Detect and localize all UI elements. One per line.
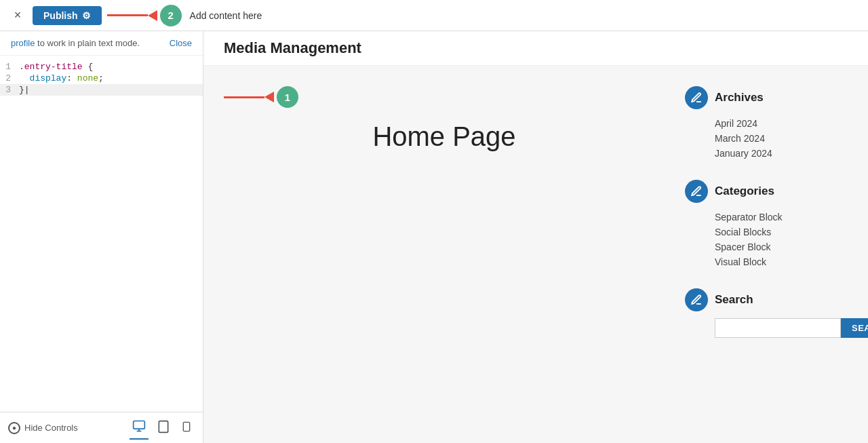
tablet-icon (157, 420, 170, 434)
preview-main: 1 Home Page (224, 86, 665, 357)
mobile-icon (181, 420, 192, 434)
categories-icon (685, 180, 708, 203)
toolbar: × Publish ⚙ 2 Add content here (0, 0, 868, 31)
arrow-badge-1-container: 1 (224, 86, 665, 108)
left-panel: profile to work in plain text mode. Clos… (0, 31, 203, 443)
code-line-3: 3 }| (0, 84, 203, 96)
categories-list: Separator Block Social Blocks Spacer Blo… (685, 210, 848, 269)
mobile-device-button[interactable] (178, 417, 195, 440)
page-title: Home Page (224, 108, 665, 166)
search-row: SEARCH (685, 318, 848, 338)
bottom-controls: ● Hide Controls (0, 412, 203, 443)
search-input[interactable] (715, 318, 841, 338)
profile-link[interactable]: profile (11, 38, 35, 48)
search-title: Search (715, 293, 753, 307)
search-widget-header: Search (685, 288, 848, 311)
line-number-1: 1 (0, 62, 19, 72)
archives-widget-header: Archives (685, 86, 848, 109)
code-line-2: 2 display: none; (0, 73, 203, 84)
line-number-3: 3 (0, 85, 19, 95)
close-x-button[interactable]: × (8, 6, 27, 25)
arrow-toward-publish: 2 (107, 5, 182, 26)
search-widget: Search SEARCH (685, 288, 848, 338)
list-item: Visual Block (715, 254, 848, 269)
line-number-2: 2 (0, 73, 19, 83)
desktop-icon (132, 419, 146, 433)
publish-button[interactable]: Publish ⚙ (33, 6, 102, 25)
archives-icon (685, 86, 708, 109)
hide-controls-label: Hide Controls (24, 423, 78, 433)
red-arrow-left-2-icon (224, 92, 274, 102)
svg-rect-5 (183, 422, 189, 431)
panel-meta: profile to work in plain text mode. Clos… (0, 31, 203, 56)
code-line-1: 1 .entry-title { (0, 61, 203, 73)
right-preview-panel: Media Management 1 Home Page (203, 31, 868, 443)
code-editor[interactable]: 1 .entry-title { 2 display: none; 3 }| (0, 56, 203, 412)
red-arrow-left-icon (107, 10, 157, 21)
preview-sidebar: Archives April 2024 March 2024 January 2… (685, 86, 848, 357)
archives-list: April 2024 March 2024 January 2024 (685, 116, 848, 161)
categories-widget-header: Categories (685, 180, 848, 203)
add-content-text: Add content here (190, 10, 262, 21)
archives-widget: Archives April 2024 March 2024 January 2… (685, 86, 848, 161)
code-content-2: display: none; (19, 73, 104, 83)
search-button[interactable]: SEARCH (841, 318, 868, 338)
categories-title: Categories (715, 185, 774, 198)
code-content-3: }| (19, 85, 30, 95)
list-item: April 2024 (715, 116, 848, 131)
archives-title: Archives (715, 91, 764, 104)
publish-label: Publish (43, 10, 78, 21)
arrow-badge-1-group: 1 (224, 86, 298, 108)
desktop-device-button[interactable] (130, 417, 149, 440)
tablet-device-button[interactable] (154, 417, 173, 440)
hide-controls-button[interactable]: ● Hide Controls (8, 422, 78, 434)
svg-rect-0 (134, 421, 145, 429)
preview-content: 1 Home Page Archives April 2 (203, 66, 868, 377)
preview-header: Media Management (203, 31, 868, 66)
close-x-icon: × (14, 8, 22, 22)
close-link[interactable]: Close (170, 38, 192, 48)
gear-icon: ⚙ (82, 10, 91, 21)
list-item: Spacer Block (715, 239, 848, 254)
list-item: Social Blocks (715, 225, 848, 239)
step-badge-1: 1 (277, 86, 298, 108)
search-widget-icon (685, 288, 708, 311)
site-title: Media Management (224, 39, 361, 57)
list-item: Separator Block (715, 210, 848, 225)
code-content-1: .entry-title { (19, 62, 93, 72)
list-item: January 2024 (715, 146, 848, 161)
step-badge-2: 2 (160, 5, 182, 26)
eye-icon: ● (8, 422, 20, 434)
svg-rect-3 (159, 421, 167, 432)
device-buttons (130, 417, 195, 440)
profile-text: to work in plain text mode. (37, 38, 140, 48)
categories-widget: Categories Separator Block Social Blocks… (685, 180, 848, 269)
list-item: March 2024 (715, 131, 848, 146)
